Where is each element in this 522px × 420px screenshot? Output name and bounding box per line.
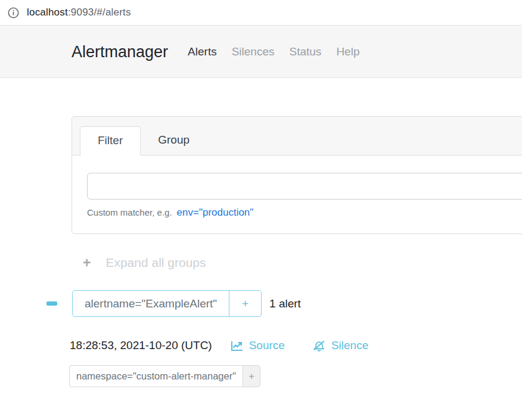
- filter-card: Filter Group Custom matcher, e.g. env="p…: [72, 116, 522, 234]
- main-nav: Alerts Silences Status Help: [188, 45, 359, 58]
- alert-labels-row: namespace="custom-alert-manager" +: [69, 365, 260, 387]
- group-matcher-chip: alertname="ExampleAlert" +: [72, 290, 262, 317]
- app-title: Alertmanager: [72, 43, 168, 61]
- nav-item-status[interactable]: Status: [290, 45, 322, 58]
- nav-item-silences[interactable]: Silences: [232, 45, 275, 58]
- matcher-hint-example-link[interactable]: env="production": [177, 207, 254, 219]
- url-host: localhost: [27, 7, 68, 18]
- alert-count-label: 1 alert: [269, 297, 301, 310]
- matcher-filter-input[interactable]: [87, 173, 522, 200]
- plus-icon: +: [83, 256, 91, 270]
- nav-item-alerts[interactable]: Alerts: [188, 45, 217, 58]
- silence-link[interactable]: Silence: [312, 339, 368, 352]
- alert-label-text: namespace="custom-alert-manager": [70, 366, 243, 387]
- source-link-label: Source: [249, 339, 285, 352]
- collapse-group-button[interactable]: [46, 301, 57, 306]
- app-header: Alertmanager Alerts Silences Status Help: [0, 26, 522, 78]
- url-path: :9093/#/alerts: [68, 7, 131, 18]
- silence-link-label: Silence: [331, 339, 368, 352]
- url-text[interactable]: localhost:9093/#/alerts: [27, 7, 131, 18]
- chart-line-icon: [230, 340, 244, 352]
- matcher-hint: Custom matcher, e.g. env="production": [87, 207, 522, 219]
- alert-label-chip: namespace="custom-alert-manager" +: [69, 365, 260, 387]
- add-matcher-button[interactable]: +: [229, 291, 261, 316]
- alert-group-row: alertname="ExampleAlert" + 1 alert: [46, 290, 301, 317]
- browser-url-bar[interactable]: localhost:9093/#/alerts: [0, 0, 522, 26]
- expand-all-groups-button[interactable]: + Expand all groups: [83, 256, 206, 270]
- alert-timestamp: 18:28:53, 2021-10-20 (UTC): [70, 339, 212, 352]
- add-label-filter-button[interactable]: +: [243, 366, 260, 387]
- group-matcher-label: alertname="ExampleAlert": [73, 291, 229, 316]
- nav-item-help[interactable]: Help: [336, 45, 359, 58]
- tab-group[interactable]: Group: [141, 126, 207, 155]
- matcher-hint-text: Custom matcher, e.g.: [87, 207, 172, 217]
- source-link[interactable]: Source: [230, 339, 285, 352]
- filter-card-tabs: Filter Group: [72, 117, 522, 155]
- tab-filter[interactable]: Filter: [80, 126, 141, 155]
- bell-slash-icon: [312, 340, 326, 352]
- filter-card-body: Custom matcher, e.g. env="production": [72, 155, 522, 234]
- info-icon[interactable]: [8, 7, 19, 18]
- expand-all-groups-label: Expand all groups: [105, 256, 206, 270]
- alert-meta-row: 18:28:53, 2021-10-20 (UTC) Source Silenc…: [70, 339, 368, 352]
